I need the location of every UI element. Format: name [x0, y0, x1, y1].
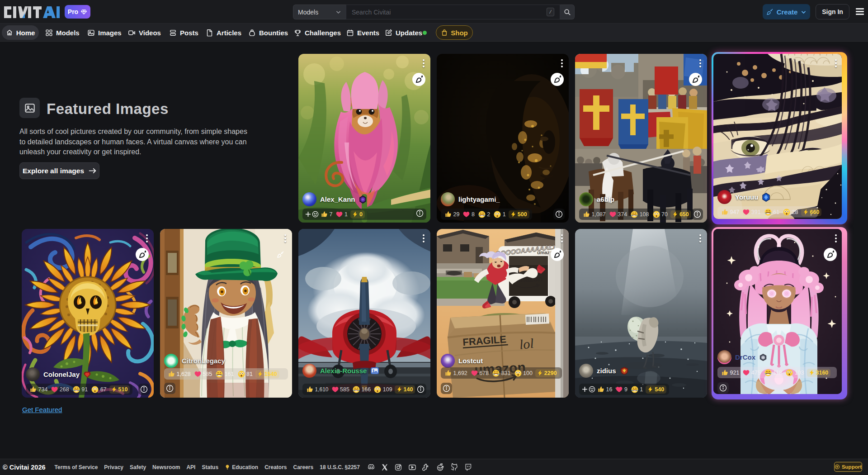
svg-text:lol: lol [519, 336, 534, 352]
